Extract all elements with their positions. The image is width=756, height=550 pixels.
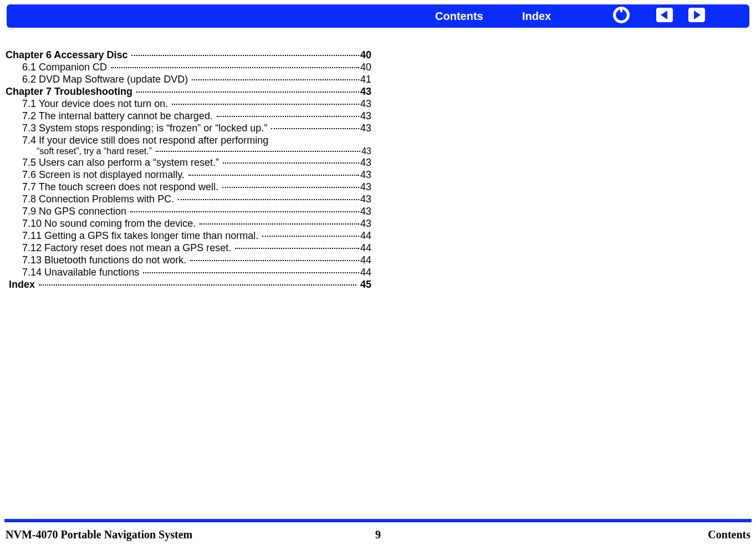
leader-dots	[223, 162, 359, 164]
toc-page: 44	[360, 242, 371, 254]
leader-dots	[192, 79, 359, 80]
svg-rect-2	[620, 9, 622, 12]
toc-text: “soft reset”, try a “hard reset.”	[37, 146, 155, 156]
toc-6-2[interactable]: 6.2 DVD Map Software (update DVD) 41	[6, 73, 371, 85]
leader-dots	[200, 223, 359, 225]
toc-text: Index	[9, 278, 38, 291]
toc-page: 43	[360, 169, 371, 181]
page-footer: NVM-4070 Portable Navigation System 9 Co…	[0, 528, 756, 541]
toc-chapter-7[interactable]: Chapter 7 Troubleshooting 43	[6, 85, 371, 98]
toc-page: 40	[360, 49, 371, 61]
toc-page: 41	[360, 73, 371, 85]
leader-dots	[190, 260, 359, 261]
toc-text: Chapter 7 Troubleshooting	[6, 85, 135, 98]
toc-7-8[interactable]: 7.8 Connection Problems with PC. 43	[6, 193, 371, 205]
leader-dots	[39, 284, 356, 286]
toc-page: 45	[357, 278, 371, 291]
toc-page: 43	[360, 98, 371, 110]
leader-dots	[222, 187, 359, 188]
toc-7-4-line2[interactable]: “soft reset”, try a “hard reset.” 43	[6, 146, 371, 156]
toc-page: 43	[360, 181, 371, 193]
leader-dots	[131, 55, 359, 56]
toc-7-10[interactable]: 7.10 No sound coming from the device. 43	[6, 217, 371, 230]
toc-page: 44	[360, 230, 371, 242]
toc-7-1[interactable]: 7.1 Your device does not turn on. 43	[6, 98, 371, 110]
toc-text: 6.1 Companion CD	[22, 61, 110, 73]
toc-text: 7.6 Screen is not displayed normally.	[22, 169, 187, 181]
toc-7-5[interactable]: 7.5 Users can also perform a “system res…	[6, 156, 371, 169]
toc-page: 43	[360, 122, 371, 134]
leader-dots	[217, 116, 359, 117]
leader-dots	[156, 151, 361, 152]
table-of-contents: Chapter 6 Accessary Disc 40 6.1 Companio…	[0, 49, 371, 291]
leader-dots	[111, 67, 359, 68]
toc-7-11[interactable]: 7.11 Getting a GPS fix takes longer time…	[6, 230, 371, 242]
toc-text: 7.9 No GPS connection	[22, 205, 129, 217]
toc-text: 7.4 If your device still does not respon…	[22, 134, 268, 146]
toc-text: 7.8 Connection Problems with PC.	[22, 193, 177, 205]
prev-page-icon[interactable]	[655, 6, 674, 27]
toc-text: 7.5 Users can also perform a “system res…	[22, 156, 222, 169]
toc-text: 7.10 No sound coming from the device.	[22, 217, 198, 230]
leader-dots	[136, 91, 359, 93]
toc-text: 7.7 The touch screen does not respond we…	[22, 181, 221, 193]
toc-page: 43	[360, 85, 371, 98]
toc-page: 44	[360, 254, 371, 266]
toc-page: 43	[360, 217, 371, 230]
toc-7-6[interactable]: 7.6 Screen is not displayed normally. 43	[6, 169, 371, 181]
leader-dots	[262, 236, 359, 237]
leader-dots	[271, 128, 359, 129]
toc-7-7[interactable]: 7.7 The touch screen does not respond we…	[6, 181, 371, 193]
toc-page: 43	[360, 156, 371, 169]
toc-page: 44	[360, 266, 371, 278]
toc-text: Chapter 6 Accessary Disc	[6, 49, 130, 61]
toc-text: 7.12 Factory reset does not mean a GPS r…	[22, 242, 234, 254]
toc-text: 7.2 The internal battery cannot be charg…	[22, 110, 216, 122]
leader-dots	[172, 104, 359, 105]
leader-dots	[178, 199, 359, 200]
leader-dots	[130, 211, 359, 212]
toc-text: 7.14 Unavailable functions	[22, 266, 142, 278]
leader-dots	[235, 248, 359, 249]
toc-chapter-6[interactable]: Chapter 6 Accessary Disc 40	[6, 49, 371, 61]
leader-dots	[188, 175, 359, 176]
toc-7-3[interactable]: 7.3 System stops responding; is “frozen”…	[6, 122, 371, 134]
toc-6-1[interactable]: 6.1 Companion CD 40	[6, 61, 371, 73]
leader-dots	[143, 272, 359, 273]
toc-7-13[interactable]: 7.13 Bluetooth functions do not work. 44	[6, 254, 371, 266]
toc-text: 7.3 System stops responding; is “frozen”…	[22, 122, 270, 134]
toc-7-14[interactable]: 7.14 Unavailable functions 44	[6, 266, 371, 278]
footer-title: NVM-4070 Portable Navigation System	[6, 528, 192, 541]
next-page-icon[interactable]	[687, 6, 706, 27]
toc-7-4-line1[interactable]: 7.4 If your device still does not respon…	[6, 134, 371, 146]
footer-rule	[4, 519, 752, 522]
contents-link[interactable]: Contents	[435, 10, 483, 23]
top-nav-bar: Contents Index	[7, 4, 749, 28]
home-circle-icon[interactable]	[612, 6, 631, 27]
toc-page: 43	[360, 110, 371, 122]
toc-7-12[interactable]: 7.12 Factory reset does not mean a GPS r…	[6, 242, 371, 254]
toc-page: 43	[360, 193, 371, 205]
footer-page-number: 9	[375, 528, 381, 541]
toc-page: 40	[360, 61, 371, 73]
toc-text: 6.2 DVD Map Software (update DVD)	[22, 73, 191, 85]
toc-7-2[interactable]: 7.2 The internal battery cannot be charg…	[6, 110, 371, 122]
index-link[interactable]: Index	[522, 10, 551, 23]
toc-page: 43	[361, 146, 371, 156]
toc-text: 7.13 Bluetooth functions do not work.	[22, 254, 189, 266]
toc-index[interactable]: Index 45	[6, 278, 371, 291]
toc-text: 7.11 Getting a GPS fix takes longer time…	[22, 230, 261, 242]
toc-page: 43	[360, 205, 371, 217]
footer-section: Contents	[708, 528, 750, 541]
toc-text: 7.1 Your device does not turn on.	[22, 98, 171, 110]
toc-7-9[interactable]: 7.9 No GPS connection 43	[6, 205, 371, 217]
